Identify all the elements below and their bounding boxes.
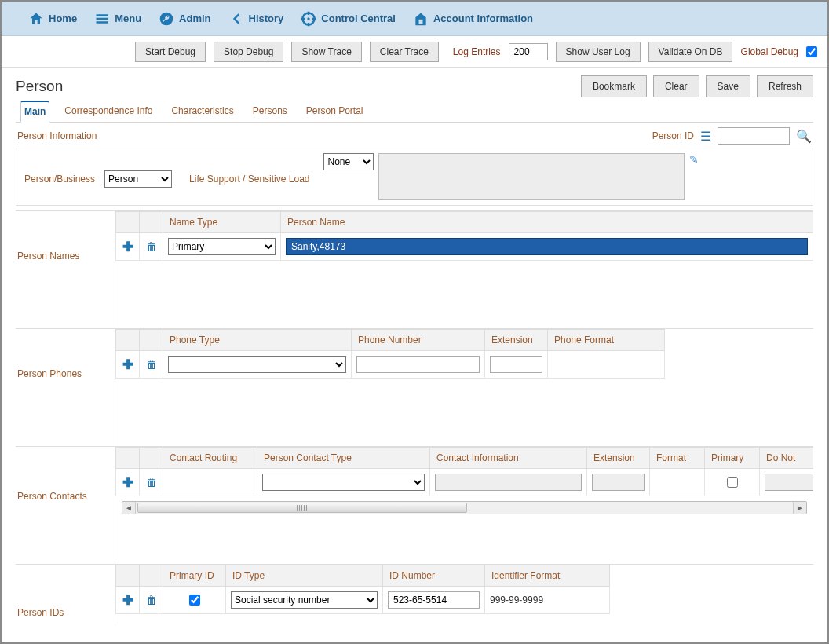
contact-info-input[interactable] bbox=[435, 474, 582, 491]
clear-button[interactable]: Clear bbox=[653, 75, 699, 97]
nav-history-label: History bbox=[249, 13, 284, 24]
nav-admin-label: Admin bbox=[179, 13, 210, 24]
col-phone-number: Phone Number bbox=[352, 330, 485, 351]
tab-persons[interactable]: Persons bbox=[249, 101, 291, 122]
target-icon bbox=[301, 11, 316, 27]
person-names-label: Person Names bbox=[16, 211, 115, 328]
delete-row-icon[interactable]: 🗑 bbox=[146, 476, 157, 488]
home-icon bbox=[28, 11, 44, 27]
id-number-input[interactable] bbox=[388, 591, 480, 609]
primary-id-checkbox[interactable] bbox=[189, 595, 200, 606]
add-row-icon[interactable]: ✚ bbox=[122, 357, 133, 372]
phone-extension-input[interactable] bbox=[490, 356, 542, 373]
col-contact-donot: Do Not bbox=[760, 448, 814, 469]
show-user-log-button[interactable]: Show User Log bbox=[556, 42, 641, 62]
table-row: ✚ 🗑 Primary bbox=[116, 233, 813, 261]
person-business-label: Person/Business bbox=[24, 174, 95, 185]
col-phone-type: Phone Type bbox=[163, 330, 352, 351]
col-contact-routing: Contact Routing bbox=[163, 448, 257, 469]
nav-history[interactable]: History bbox=[228, 11, 284, 27]
name-type-select[interactable]: Primary bbox=[168, 238, 276, 255]
scroll-right-button[interactable]: ► bbox=[793, 502, 806, 514]
table-row: ✚ 🗑 bbox=[116, 351, 665, 379]
col-primary-id: Primary ID bbox=[163, 565, 226, 587]
clear-trace-button[interactable]: Clear Trace bbox=[370, 42, 439, 62]
pencil-icon[interactable]: ✎ bbox=[689, 153, 699, 166]
id-format-cell: 999-99-9999 bbox=[485, 587, 610, 614]
phone-number-input[interactable] bbox=[356, 356, 480, 373]
contact-type-select[interactable] bbox=[262, 474, 425, 491]
global-debug-checkbox[interactable] bbox=[806, 46, 817, 57]
nav-admin[interactable]: Admin bbox=[159, 11, 210, 27]
id-type-select[interactable]: Social security number bbox=[231, 591, 378, 609]
validate-button[interactable]: Validate On DB bbox=[648, 42, 733, 62]
person-contacts-label: Person Contacts bbox=[16, 447, 115, 564]
table-row: ✚ 🗑 bbox=[116, 469, 814, 496]
log-entries-input[interactable] bbox=[509, 43, 548, 60]
log-entries-label: Log Entries bbox=[453, 46, 501, 57]
phone-type-select[interactable] bbox=[168, 356, 346, 373]
col-phone-format: Phone Format bbox=[548, 330, 665, 351]
phone-format-cell bbox=[548, 351, 665, 379]
delete-row-icon[interactable]: 🗑 bbox=[146, 594, 157, 606]
tab-correspondence[interactable]: Correspondence Info bbox=[60, 101, 156, 122]
col-contact-type: Person Contact Type bbox=[257, 448, 430, 469]
nav-menu-label: Menu bbox=[115, 13, 141, 24]
tab-main[interactable]: Main bbox=[20, 101, 49, 123]
scroll-thumb[interactable] bbox=[137, 503, 467, 513]
person-id-label: Person ID bbox=[652, 130, 694, 141]
refresh-button[interactable]: Refresh bbox=[757, 75, 813, 97]
life-support-label: Life Support / Sensitive Load bbox=[189, 174, 309, 185]
delete-row-icon[interactable]: 🗑 bbox=[146, 358, 157, 371]
person-name-input[interactable] bbox=[286, 238, 808, 255]
tabs: Main Correspondence Info Characteristics… bbox=[16, 101, 813, 123]
contact-donot-input[interactable] bbox=[765, 474, 813, 491]
menu-icon bbox=[94, 11, 110, 27]
nav-home-label: Home bbox=[49, 13, 77, 24]
col-contact-format: Format bbox=[650, 448, 705, 469]
person-id-input[interactable] bbox=[718, 127, 790, 145]
col-id-type: ID Type bbox=[226, 565, 383, 587]
notes-select[interactable]: None bbox=[323, 153, 374, 170]
save-button[interactable]: Save bbox=[706, 75, 750, 97]
col-name-type: Name Type bbox=[163, 212, 281, 233]
page-title: Person bbox=[16, 78, 63, 95]
nav-menu[interactable]: Menu bbox=[94, 11, 141, 27]
show-trace-button[interactable]: Show Trace bbox=[291, 42, 361, 62]
col-person-name: Person Name bbox=[281, 212, 813, 233]
person-ids-label: Person IDs bbox=[16, 565, 115, 626]
delete-row-icon[interactable]: 🗑 bbox=[146, 240, 157, 253]
top-nav: Home Menu Admin History Control Central … bbox=[2, 2, 827, 36]
col-extension: Extension bbox=[485, 330, 548, 351]
horizontal-scrollbar[interactable]: ◄ ► bbox=[122, 501, 807, 514]
building-icon bbox=[413, 11, 429, 27]
contact-primary-checkbox[interactable] bbox=[727, 477, 738, 488]
debug-bar: Start Debug Stop Debug Show Trace Clear … bbox=[2, 36, 827, 68]
stop-debug-button[interactable]: Stop Debug bbox=[214, 42, 283, 62]
add-row-icon[interactable]: ✚ bbox=[122, 593, 133, 608]
context-menu-icon[interactable]: ☰ bbox=[700, 129, 711, 144]
search-icon[interactable]: 🔍 bbox=[796, 129, 812, 144]
wrench-icon bbox=[159, 11, 174, 27]
add-row-icon[interactable]: ✚ bbox=[122, 240, 133, 254]
nav-account-info-label: Account Information bbox=[433, 13, 533, 24]
tab-characteristics[interactable]: Characteristics bbox=[167, 101, 237, 122]
start-debug-button[interactable]: Start Debug bbox=[135, 42, 206, 62]
col-contact-primary: Primary bbox=[705, 448, 760, 469]
col-id-number: ID Number bbox=[383, 565, 485, 587]
add-row-icon[interactable]: ✚ bbox=[122, 475, 133, 490]
contact-ext-input[interactable] bbox=[592, 474, 645, 491]
svg-rect-3 bbox=[418, 19, 422, 24]
person-phones-label: Person Phones bbox=[16, 329, 115, 446]
tab-portal[interactable]: Person Portal bbox=[302, 101, 367, 122]
bookmark-button[interactable]: Bookmark bbox=[581, 75, 647, 97]
person-business-select[interactable]: Person bbox=[104, 170, 172, 188]
chevron-left-icon bbox=[228, 11, 244, 27]
nav-account-info[interactable]: Account Information bbox=[413, 11, 533, 27]
scroll-left-button[interactable]: ◄ bbox=[122, 502, 136, 514]
global-debug-label: Global Debug bbox=[741, 46, 798, 57]
nav-control-central[interactable]: Control Central bbox=[301, 11, 396, 27]
nav-home[interactable]: Home bbox=[28, 11, 77, 27]
notes-textarea[interactable] bbox=[378, 153, 685, 200]
col-id-format: Identifier Format bbox=[485, 565, 610, 587]
